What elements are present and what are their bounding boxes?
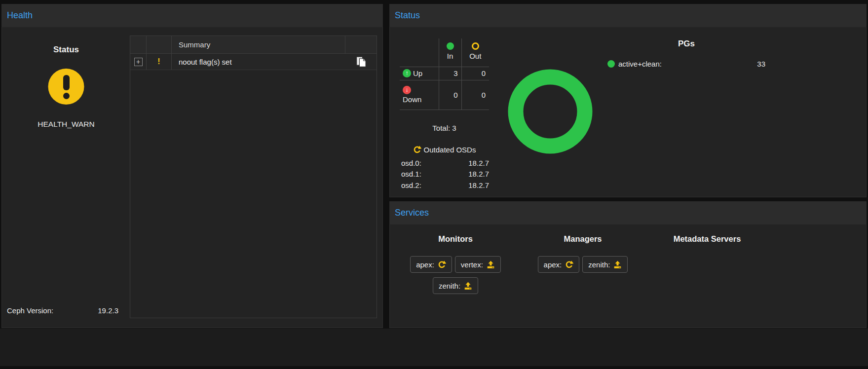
- osd-down-row-label: ↓ Down: [400, 80, 439, 110]
- osd-total: Total: 3: [400, 124, 489, 132]
- outdated-osds-heading: Outdated OSDs: [400, 146, 489, 154]
- ceph-version-row: Ceph Version: 19.2.3: [7, 306, 118, 315]
- warning-icon-bar: [63, 75, 70, 90]
- outdated-osds-list: osd.0: 18.2.7 osd.1: 18.2.7 osd.2: 18.2.…: [401, 157, 489, 191]
- metadata-servers-column: Metadata Servers: [653, 234, 761, 244]
- health-panel-title: Health: [7, 10, 33, 20]
- services-panel: Services Monitors apex: vertex: zenith:: [389, 201, 867, 328]
- monitor-service-button[interactable]: zenith:: [433, 277, 478, 294]
- upload-icon: [464, 282, 472, 290]
- outdated-osd-row: osd.0: 18.2.7: [401, 157, 489, 169]
- osd-up-in-value: 3: [439, 67, 461, 80]
- osd-in-header: In: [439, 38, 461, 67]
- out-ring-icon: [472, 42, 479, 50]
- managers-heading: Managers: [530, 234, 635, 244]
- outdated-osd-row: osd.2: 18.2.7: [401, 180, 489, 191]
- monitor-service-button[interactable]: apex:: [410, 256, 452, 273]
- osd-down-in-value: 0: [439, 80, 461, 110]
- summary-table-header-row: Summary: [130, 36, 377, 54]
- ceph-dashboard: Health Status HEALTH_WARN Ceph Version: …: [0, 0, 868, 369]
- manager-service-button[interactable]: zenith:: [582, 256, 628, 273]
- osd-name: osd.2:: [401, 181, 421, 189]
- summary-column-header: Summary: [172, 36, 345, 53]
- osd-version: 18.2.7: [468, 181, 489, 189]
- warning-icon: [48, 69, 84, 105]
- health-status-heading: Status: [2, 45, 130, 55]
- osd-version: 18.2.7: [468, 159, 489, 167]
- summary-table-row[interactable]: + ! noout flag(s) set: [130, 54, 377, 70]
- status-panel: Status In Out: [389, 4, 867, 197]
- health-panel-body: Status HEALTH_WARN Ceph Version: 19.2.3 …: [1, 27, 383, 328]
- refresh-icon: [438, 260, 446, 269]
- actions-column-header: [345, 36, 377, 53]
- health-panel-header: Health: [1, 4, 383, 27]
- row-expander-button[interactable]: +: [134, 58, 143, 66]
- status-panel-header: Status: [389, 4, 867, 27]
- status-panel-body: In Out ↑ Up: [389, 27, 867, 197]
- page-background: [0, 329, 868, 366]
- health-summary-table: Summary + ! noout flag(s) set: [130, 36, 377, 318]
- refresh-icon: [565, 260, 573, 269]
- osd-down-out-value: 0: [461, 80, 489, 110]
- copy-icon: [356, 56, 367, 67]
- refresh-icon: [413, 146, 421, 154]
- osd-up-row-label: ↑ Up: [400, 67, 439, 80]
- osd-up-out-value: 0: [461, 67, 489, 80]
- copy-button[interactable]: [355, 56, 367, 68]
- status-panel-title: Status: [395, 10, 420, 20]
- pgs-heading: PGs: [607, 39, 765, 49]
- monitor-service-button[interactable]: vertex:: [455, 256, 501, 273]
- monitors-heading: Monitors: [404, 234, 507, 244]
- ceph-version-label: Ceph Version:: [7, 306, 53, 315]
- osd-updown-grid: In Out ↑ Up: [400, 38, 489, 110]
- services-panel-header: Services: [389, 201, 867, 224]
- services-panel-title: Services: [395, 208, 429, 218]
- metadata-servers-heading: Metadata Servers: [653, 234, 761, 244]
- summary-row-text: noout flag(s) set: [172, 54, 345, 70]
- upload-icon: [487, 260, 495, 269]
- pgs-legend-label: active+clean:: [618, 60, 662, 68]
- osd-out-header: Out: [461, 38, 489, 67]
- expander-column-header: [130, 36, 147, 53]
- ceph-version-value: 19.2.3: [98, 306, 118, 315]
- services-panel-body: Monitors apex: vertex: zenith:: [389, 224, 867, 328]
- outdated-osd-row: osd.1: 18.2.7: [401, 169, 489, 180]
- osd-name: osd.1:: [401, 170, 421, 178]
- warning-icon-dot: [63, 93, 70, 99]
- active-clean-dot-icon: [607, 60, 615, 68]
- osd-version: 18.2.7: [468, 170, 489, 178]
- monitors-column: Monitors apex: vertex: zenith:: [404, 234, 507, 294]
- in-dot-icon: [447, 42, 454, 50]
- down-arrow-icon: ↓: [403, 86, 411, 94]
- health-state-value: HEALTH_WARN: [2, 120, 130, 129]
- warning-severity-icon: !: [157, 57, 160, 66]
- pgs-donut-chart: [508, 69, 593, 154]
- pgs-legend-row: active+clean: 33: [607, 60, 765, 68]
- osd-grid-corner-cell: [400, 38, 439, 67]
- pgs-legend-value: 33: [757, 60, 765, 68]
- managers-column: Managers apex: zenith:: [530, 234, 635, 273]
- upload-icon: [613, 260, 622, 269]
- severity-column-header: [147, 36, 172, 53]
- manager-service-button[interactable]: apex:: [538, 256, 580, 273]
- osd-name: osd.0:: [401, 159, 421, 167]
- in-label: In: [447, 52, 453, 60]
- up-arrow-icon: ↑: [403, 69, 411, 77]
- health-status-column: Status HEALTH_WARN Ceph Version: 19.2.3: [2, 27, 130, 328]
- health-panel: Health Status HEALTH_WARN Ceph Version: …: [1, 4, 383, 328]
- out-label: Out: [469, 52, 481, 60]
